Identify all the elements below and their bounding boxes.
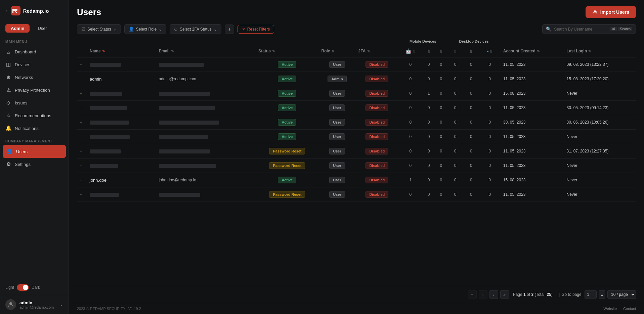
first-page-button[interactable]: « (468, 290, 477, 299)
row-expand-btn[interactable]: + (77, 130, 87, 144)
last-page-button[interactable]: » (500, 290, 509, 299)
row-expand-btn[interactable]: + (77, 159, 87, 173)
th-status[interactable]: Status ⇅ (256, 45, 318, 57)
cmd-key: ⌘ (610, 27, 617, 31)
th-name[interactable]: Name ⇅ (87, 45, 156, 57)
row-desk-win: 0 (479, 72, 501, 86)
row-expand-btn[interactable]: + (77, 86, 87, 101)
row-mob-android: 0 (398, 101, 422, 115)
row-desk-linux: 0 (463, 130, 479, 144)
user-mode-button[interactable]: User (32, 24, 52, 33)
table-row[interactable]: + Password ResetUserDisabled00000011. 05… (77, 144, 636, 159)
th-name-spacer (77, 38, 156, 45)
row-desk-win: 0 (479, 86, 501, 101)
back-button[interactable]: ‹ (5, 8, 7, 13)
row-expand-btn[interactable]: + (77, 115, 87, 130)
row-expand-btn[interactable]: + (77, 57, 87, 72)
th-role[interactable]: Role ⇅ (319, 45, 356, 57)
row-mob-ios: 0 (423, 72, 435, 86)
table-row[interactable]: + Password ResetUserDisabled00000011. 05… (77, 187, 636, 202)
per-page-select[interactable]: 10 / page 20 / page 50 / page (607, 290, 636, 299)
role-filter[interactable]: 👤 Select Role ⌄ (124, 24, 166, 34)
row-2fa: Disabled (355, 130, 398, 144)
th-email[interactable]: Email ⇅ (156, 45, 256, 57)
sidebar-item-privacy-protection[interactable]: ⚠ Privacy Protection (0, 84, 69, 96)
next-page-button[interactable]: › (489, 290, 498, 299)
row-expand-btn[interactable]: + (77, 144, 87, 159)
add-filter-button[interactable]: + (225, 25, 234, 34)
row-last-login: 15. 08. 2023 (17:20:20) (564, 72, 636, 86)
theme-toggle-switch[interactable] (17, 284, 29, 291)
sidebar-item-issues[interactable]: ◇ Issues (0, 96, 69, 109)
sidebar-item-recommendations[interactable]: ☆ Recommendations (0, 109, 69, 122)
row-desk-linux: 0 (463, 86, 479, 101)
sidebar-item-notifications[interactable]: 🔔 Notifications (0, 122, 69, 135)
sidebar-user-profile[interactable]: admin admin@redamp.com ⌄ (0, 295, 69, 314)
table-row[interactable]: + ActiveUserDisabled00000011. 05. 2023Ne… (77, 130, 636, 144)
row-name: admin (87, 72, 156, 86)
sidebar-item-devices[interactable]: ◫ Devices (0, 58, 69, 71)
table-row[interactable]: + ActiveUserDisabled00000011. 05. 202330… (77, 101, 636, 115)
2fa-sort-icon: ⇅ (367, 49, 370, 53)
row-account-created: 11. 05. 2023 (501, 101, 564, 115)
th-last-login[interactable]: Last Login ⇅ (564, 45, 636, 57)
table-row[interactable]: +john.doejohn.doe@redamp.ioActiveUserDis… (77, 173, 636, 187)
sidebar-item-settings[interactable]: ⚙ Settings (0, 158, 69, 171)
table-row[interactable]: +adminadmin@redamp.comActiveAdminDisable… (77, 72, 636, 86)
row-desk-win: 0 (479, 159, 501, 173)
table-row[interactable]: + Password ResetUserDisabled00000011. 05… (77, 159, 636, 173)
twofa-filter[interactable]: ⊙ Select 2FA Status ⌄ (170, 24, 221, 34)
row-2fa: Disabled (355, 159, 398, 173)
row-role: User (319, 115, 356, 130)
reset-filters-button[interactable]: ✕ Reset Filters (238, 25, 274, 34)
sidebar-item-dashboard[interactable]: ⌂ Dashboard (0, 46, 69, 58)
search-input[interactable] (554, 27, 608, 32)
sidebar-item-users[interactable]: 👤 Users (3, 145, 66, 158)
import-users-button[interactable]: Import Users (586, 6, 636, 18)
row-last-login: 30. 05. 2023 (09:14:23) (564, 101, 636, 115)
row-mob-android: 0 (398, 144, 422, 159)
goto-label: | Go to page: (559, 292, 583, 297)
th-account-created[interactable]: Account Created ⇅ (501, 45, 564, 57)
sidebar-item-networks[interactable]: ⊕ Networks (0, 71, 69, 84)
row-account-created: 11. 05. 2023 (501, 187, 564, 202)
goto-page-input[interactable] (585, 290, 597, 299)
row-status: Password Reset (256, 159, 318, 173)
table-row[interactable]: + ActiveUserDisabled00000030. 05. 202330… (77, 115, 636, 130)
notifications-icon: 🔔 (5, 125, 11, 131)
prev-page-button[interactable]: ‹ (479, 290, 487, 299)
row-email (156, 187, 256, 202)
row-desk-linux: 0 (463, 101, 479, 115)
admin-mode-button[interactable]: Admin (5, 24, 30, 33)
row-desk-mac: 0 (447, 115, 463, 130)
th-mobile-devices-group: Mobile Devices (398, 38, 447, 45)
row-desk-mac: 0 (447, 144, 463, 159)
row-status: Active (256, 101, 318, 115)
row-name (87, 57, 156, 72)
users-table: Mobile Devices Desktop Devices Name ⇅ (77, 38, 636, 202)
search-box: 🔍 ⌘ Search (542, 24, 636, 34)
pagination-bar: « ‹ › » Page 1 of 3 (Total: 25) | Go to … (69, 286, 644, 303)
row-expand-btn[interactable]: + (77, 101, 87, 115)
footer-contact-link[interactable]: Contact (623, 307, 636, 311)
row-expand-btn[interactable]: + (77, 187, 87, 202)
table-row[interactable]: + ActiveUserDisabled00000011. 05. 202309… (77, 57, 636, 72)
th-2fa[interactable]: 2FA ⇅ (355, 45, 398, 57)
footer-website-link[interactable]: Website (603, 307, 617, 311)
row-name (87, 101, 156, 115)
footer-links: Website Contact (598, 307, 636, 311)
sidebar-item-label-dashboard: Dashboard (15, 49, 36, 54)
row-mob-android: 0 (398, 115, 422, 130)
row-expand-btn[interactable]: + (77, 72, 87, 86)
windows-icon: ▪ (487, 48, 489, 54)
status-filter[interactable]: ☑ Select Status ⌄ (77, 24, 121, 34)
table-row[interactable]: + ActiveUserDisabled01000015. 08. 2023Ne… (77, 86, 636, 101)
current-page: 1 (523, 292, 526, 297)
row-last-login: Never (564, 173, 636, 187)
row-mob-win: 0 (435, 101, 447, 115)
search-btn[interactable]: Search (618, 27, 632, 31)
row-role: User (319, 173, 356, 187)
goto-up-button[interactable]: ▲ (599, 290, 605, 299)
row-desk-win: 0 (479, 130, 501, 144)
row-expand-btn[interactable]: + (77, 173, 87, 187)
